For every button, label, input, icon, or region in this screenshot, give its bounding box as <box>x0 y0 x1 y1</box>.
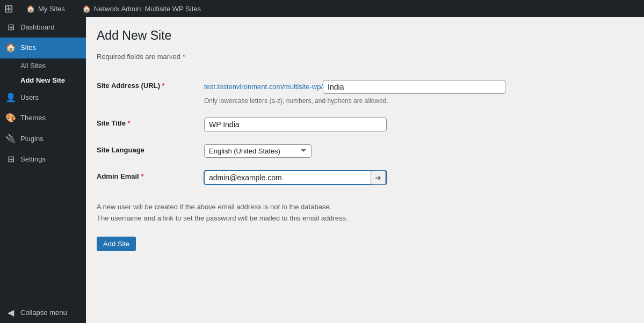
sidebar-subitem-add-new-site[interactable]: Add New Site <box>0 73 86 87</box>
network-admin-link[interactable]: 🏠 Network Admin: Multisite WP Sites <box>78 0 205 17</box>
email-required-star: * <box>141 172 143 180</box>
wp-logo-icon[interactable]: ⊞ <box>4 2 13 15</box>
url-prefix: test.testenvironment.com/multisite-wp/ <box>204 83 323 91</box>
sidebar-themes-label: Themes <box>20 113 46 123</box>
sidebar-item-users[interactable]: 👤 Users <box>0 87 86 108</box>
network-admin-label: Network Admin: Multisite WP Sites <box>94 5 201 13</box>
themes-icon: 🎨 <box>5 112 16 124</box>
required-asterisk: * <box>183 53 185 61</box>
email-input-wrapper: ➜ <box>204 171 387 185</box>
url-field-cell: test.testenvironment.com/multisite-wp/ O… <box>204 74 633 111</box>
url-hint: Only lowercase letters (a-z), numbers, a… <box>204 97 633 105</box>
required-note-text: Required fields are marked <box>97 53 180 61</box>
url-input-group: test.testenvironment.com/multisite-wp/ <box>204 80 633 94</box>
site-title-label: Site Title * <box>97 111 204 138</box>
admin-email-label: Admin Email * <box>97 164 204 191</box>
my-sites-label: My Sites <box>38 5 65 13</box>
site-language-cell: English (United States) French Spanish G… <box>204 138 633 164</box>
site-title-cell <box>204 111 633 138</box>
settings-icon: ⊞ <box>5 153 16 165</box>
my-sites-link[interactable]: 🏠 My Sites <box>22 0 69 17</box>
top-bar: ⊞ 🏠 My Sites 🏠 Network Admin: Multisite … <box>0 0 644 17</box>
add-site-button[interactable]: Add Site <box>97 237 136 251</box>
users-icon: 👤 <box>5 92 16 104</box>
sidebar-dashboard-label: Dashboard <box>20 23 55 32</box>
site-language-row: Site Language English (United States) Fr… <box>97 138 633 164</box>
network-admin-house-icon: 🏠 <box>82 5 91 13</box>
site-title-input[interactable] <box>204 118 387 131</box>
sidebar-item-plugins[interactable]: 🔌 Plugins <box>0 129 86 149</box>
info-text: A new user will be created if the above … <box>97 202 633 224</box>
site-language-select[interactable]: English (United States) French Spanish G… <box>204 144 312 158</box>
url-required-star: * <box>162 82 165 90</box>
sidebar-users-label: Users <box>20 93 39 102</box>
title-required-star: * <box>128 119 131 127</box>
sites-submenu: All Sites Add New Site <box>0 58 86 87</box>
url-input[interactable] <box>323 80 505 94</box>
info-line1: A new user will be created if the above … <box>97 202 633 213</box>
main-layout: ⊞ Dashboard 🏠 Sites All Sites Add New Si… <box>0 17 644 323</box>
sites-icon: 🏠 <box>5 42 16 54</box>
site-language-label: Site Language <box>97 138 204 164</box>
url-row: Site Address (URL) * test.testenvironmen… <box>97 74 633 111</box>
admin-email-row: Admin Email * ➜ <box>97 164 633 191</box>
plugins-icon: 🔌 <box>5 133 16 145</box>
sidebar-collapse-label: Collapse menu <box>20 308 67 318</box>
sidebar-settings-label: Settings <box>20 155 46 164</box>
admin-email-cell: ➜ <box>204 164 633 191</box>
add-new-site-label: Add New Site <box>20 76 65 84</box>
sidebar-item-dashboard[interactable]: ⊞ Dashboard <box>0 17 86 38</box>
sidebar-item-themes[interactable]: 🎨 Themes <box>0 108 86 128</box>
sidebar-item-collapse[interactable]: ◀ Collapse menu <box>0 303 86 323</box>
my-sites-house-icon: 🏠 <box>26 5 35 13</box>
required-note: Required fields are marked * <box>97 53 633 61</box>
sidebar: ⊞ Dashboard 🏠 Sites All Sites Add New Si… <box>0 17 86 323</box>
main-content: Add New Site Required fields are marked … <box>86 17 644 323</box>
sidebar-item-sites[interactable]: 🏠 Sites <box>0 38 86 58</box>
url-label: Site Address (URL) * <box>97 74 204 111</box>
email-lookup-button[interactable]: ➜ <box>371 171 386 185</box>
admin-email-input[interactable] <box>204 171 387 185</box>
all-sites-label: All Sites <box>20 62 46 70</box>
sidebar-subitem-all-sites[interactable]: All Sites <box>0 58 86 73</box>
page-title: Add New Site <box>97 28 633 44</box>
form-table: Site Address (URL) * test.testenvironmen… <box>97 74 633 191</box>
site-title-row: Site Title * <box>97 111 633 138</box>
sidebar-item-settings[interactable]: ⊞ Settings <box>0 149 86 170</box>
sidebar-plugins-label: Plugins <box>20 134 44 144</box>
sidebar-sites-label: Sites <box>20 43 36 53</box>
dashboard-icon: ⊞ <box>5 21 16 33</box>
collapse-icon: ◀ <box>5 307 16 319</box>
info-line2: The username and a link to set the passw… <box>97 213 633 224</box>
